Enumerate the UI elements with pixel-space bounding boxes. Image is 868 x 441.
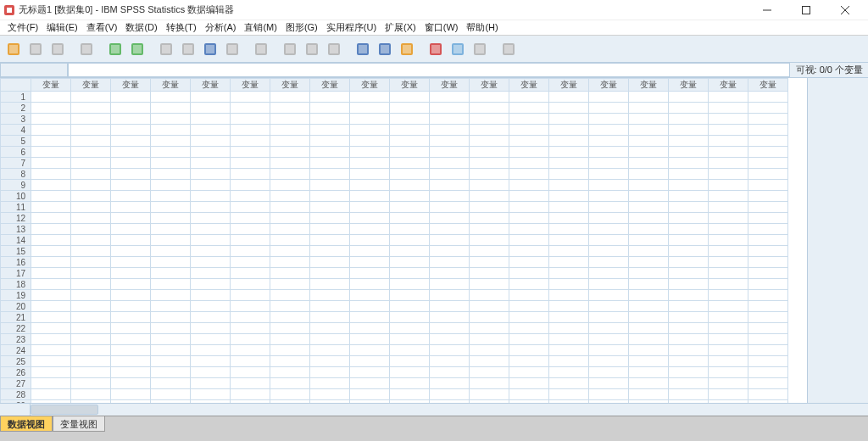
cell[interactable]: [549, 334, 589, 345]
column-header[interactable]: 变量: [310, 79, 350, 92]
cell[interactable]: [350, 312, 390, 323]
cell[interactable]: [151, 301, 191, 312]
cell[interactable]: [310, 92, 350, 103]
cell[interactable]: [350, 125, 390, 136]
cell[interactable]: [509, 378, 549, 389]
cell[interactable]: [151, 147, 191, 158]
cell[interactable]: [470, 114, 509, 125]
cell[interactable]: [430, 356, 470, 367]
cell[interactable]: [191, 257, 231, 268]
cell[interactable]: [430, 334, 470, 345]
cell[interactable]: [748, 147, 788, 158]
minimize-button[interactable]: [748, 0, 787, 20]
show-all-icon[interactable]: [397, 39, 417, 59]
cell[interactable]: [748, 279, 788, 290]
menu-utilities[interactable]: 实用程序(U): [322, 21, 381, 34]
cell[interactable]: [270, 257, 310, 268]
row-header[interactable]: 22: [1, 323, 31, 334]
cell[interactable]: [151, 103, 191, 114]
cell[interactable]: [191, 400, 231, 404]
cell[interactable]: [350, 114, 390, 125]
cell[interactable]: [111, 378, 151, 389]
cell[interactable]: [629, 323, 669, 334]
cell[interactable]: [430, 169, 470, 180]
cell[interactable]: [71, 301, 111, 312]
cell[interactable]: [589, 257, 629, 268]
cell[interactable]: [748, 125, 788, 136]
cell[interactable]: [310, 257, 350, 268]
cell[interactable]: [151, 169, 191, 180]
cell[interactable]: [71, 213, 111, 224]
cell[interactable]: [589, 301, 629, 312]
cell[interactable]: [270, 125, 310, 136]
cell[interactable]: [430, 213, 470, 224]
cell[interactable]: [430, 92, 470, 103]
cell[interactable]: [151, 345, 191, 356]
cell[interactable]: [629, 158, 669, 169]
cell[interactable]: [350, 213, 390, 224]
cell[interactable]: [709, 147, 748, 158]
cell[interactable]: [151, 334, 191, 345]
cell[interactable]: [31, 279, 71, 290]
cell[interactable]: [71, 323, 111, 334]
cell[interactable]: [470, 257, 509, 268]
cell[interactable]: [549, 356, 589, 367]
cell[interactable]: [669, 356, 709, 367]
cell[interactable]: [231, 268, 270, 279]
cell[interactable]: [31, 103, 71, 114]
cell[interactable]: [509, 191, 549, 202]
cell[interactable]: [669, 279, 709, 290]
cell[interactable]: [231, 389, 270, 400]
cell[interactable]: [350, 180, 390, 191]
cell[interactable]: [350, 257, 390, 268]
column-header[interactable]: 变量: [31, 79, 71, 92]
row-header[interactable]: 9: [1, 180, 31, 191]
cell[interactable]: [748, 400, 788, 404]
row-header[interactable]: 1: [1, 92, 31, 103]
cell[interactable]: [470, 367, 509, 378]
cell[interactable]: [589, 345, 629, 356]
cell[interactable]: [111, 279, 151, 290]
cell[interactable]: [191, 213, 231, 224]
cell[interactable]: [231, 246, 270, 257]
cell[interactable]: [709, 114, 748, 125]
cell[interactable]: [270, 136, 310, 147]
cell[interactable]: [748, 345, 788, 356]
cell[interactable]: [231, 180, 270, 191]
cell[interactable]: [390, 235, 430, 246]
cell[interactable]: [470, 158, 509, 169]
menu-extensions[interactable]: 扩展(X): [381, 21, 420, 34]
cell[interactable]: [350, 202, 390, 213]
cell[interactable]: [310, 389, 350, 400]
cell[interactable]: [709, 312, 748, 323]
cell[interactable]: [191, 279, 231, 290]
cell[interactable]: [151, 279, 191, 290]
cell[interactable]: [270, 158, 310, 169]
cell[interactable]: [71, 257, 111, 268]
cell[interactable]: [350, 224, 390, 235]
cell[interactable]: [231, 290, 270, 301]
cell[interactable]: [191, 312, 231, 323]
cell[interactable]: [589, 279, 629, 290]
cell[interactable]: [669, 235, 709, 246]
cell[interactable]: [111, 400, 151, 404]
cell[interactable]: [470, 356, 509, 367]
cell[interactable]: [191, 268, 231, 279]
use-sets-icon[interactable]: [375, 39, 395, 59]
cell[interactable]: [310, 235, 350, 246]
cell[interactable]: [709, 301, 748, 312]
cell[interactable]: [111, 356, 151, 367]
cell[interactable]: [231, 213, 270, 224]
tab-variable-view[interactable]: 变量视图: [53, 416, 105, 432]
cell[interactable]: [71, 235, 111, 246]
cell[interactable]: [748, 290, 788, 301]
cell[interactable]: [509, 246, 549, 257]
cell[interactable]: [430, 125, 470, 136]
cell[interactable]: [709, 378, 748, 389]
column-header[interactable]: 变量: [629, 79, 669, 92]
cell[interactable]: [470, 389, 509, 400]
cell[interactable]: [71, 136, 111, 147]
row-header[interactable]: 10: [1, 191, 31, 202]
cell[interactable]: [549, 103, 589, 114]
cell[interactable]: [430, 301, 470, 312]
